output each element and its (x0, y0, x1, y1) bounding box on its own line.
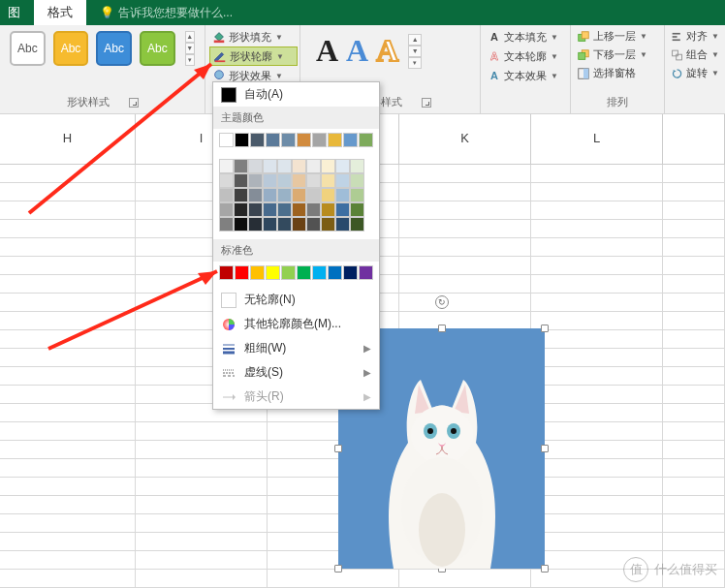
cell[interactable] (0, 183, 136, 201)
cell[interactable] (663, 330, 725, 348)
color-swatch[interactable] (335, 202, 350, 217)
color-swatch[interactable] (350, 173, 364, 188)
color-swatch[interactable] (343, 133, 358, 147)
cell[interactable] (663, 275, 725, 293)
cell[interactable] (531, 165, 663, 182)
color-swatch[interactable] (219, 217, 234, 232)
wordart-preset-3[interactable]: A (376, 33, 398, 69)
color-swatch[interactable] (297, 265, 311, 280)
color-swatch[interactable] (219, 202, 234, 217)
color-swatch[interactable] (248, 173, 263, 188)
cell[interactable] (0, 275, 136, 293)
tab-other[interactable]: 图 (0, 0, 28, 25)
cell[interactable] (268, 570, 399, 587)
color-swatch[interactable] (266, 265, 280, 280)
resize-handle-sw[interactable] (334, 565, 342, 573)
cell[interactable] (663, 220, 725, 237)
send-backward-button[interactable]: 下移一层▼ (575, 46, 660, 64)
wordart-preset-1[interactable]: A (316, 33, 338, 69)
cell[interactable] (0, 422, 136, 440)
color-swatch[interactable] (335, 188, 350, 202)
color-swatch[interactable] (277, 159, 292, 173)
cell[interactable] (399, 294, 531, 311)
dialog-launcher-icon[interactable] (422, 98, 431, 108)
rotate-button[interactable]: 旋转▼ (669, 64, 721, 82)
cell[interactable] (0, 404, 136, 421)
cell[interactable] (0, 551, 136, 569)
cell[interactable] (663, 257, 725, 274)
cell[interactable] (0, 257, 136, 274)
cell[interactable] (663, 478, 725, 495)
cell[interactable] (663, 496, 725, 513)
resize-handle-ne[interactable] (541, 325, 549, 332)
color-swatch[interactable] (335, 217, 350, 232)
color-swatch[interactable] (235, 265, 249, 280)
color-swatch[interactable] (312, 133, 327, 147)
color-swatch[interactable] (219, 265, 234, 280)
style-preset-3[interactable]: Abc (96, 31, 132, 66)
resize-handle-e[interactable] (541, 445, 549, 452)
cell[interactable] (663, 201, 725, 219)
color-swatch[interactable] (248, 159, 263, 173)
color-swatch[interactable] (359, 265, 373, 280)
tell-me[interactable]: 💡 告诉我您想要做什么... (100, 5, 233, 21)
color-swatch[interactable] (234, 188, 248, 202)
cell[interactable] (531, 349, 663, 366)
cell[interactable] (663, 422, 725, 440)
cell[interactable] (0, 441, 136, 458)
cell[interactable] (0, 238, 136, 256)
color-swatch[interactable] (335, 173, 350, 188)
color-swatch[interactable] (281, 133, 296, 147)
cell[interactable] (663, 459, 725, 477)
color-swatch[interactable] (350, 202, 364, 217)
auto-color-item[interactable]: 自动(A) (213, 82, 379, 107)
color-swatch[interactable] (263, 173, 277, 188)
cell[interactable] (663, 441, 725, 458)
color-swatch[interactable] (234, 202, 248, 217)
resize-handle-se[interactable] (541, 565, 549, 573)
color-swatch[interactable] (234, 173, 248, 188)
text-outline-button[interactable]: A文本轮廓▼ (485, 46, 568, 66)
shape-outline-button[interactable]: 形状轮廓▼ (209, 46, 298, 66)
color-swatch[interactable] (263, 159, 277, 173)
cell[interactable] (0, 349, 136, 366)
text-fill-button[interactable]: A文本填充▼ (485, 27, 568, 46)
col-header-H[interactable]: H (0, 114, 136, 164)
cell[interactable] (531, 441, 663, 458)
color-swatch[interactable] (263, 188, 277, 202)
weight-item[interactable]: 粗细(W)▶ (213, 336, 379, 360)
color-swatch[interactable] (248, 188, 263, 202)
color-swatch[interactable] (277, 188, 292, 202)
cell[interactable] (136, 551, 268, 569)
color-swatch[interactable] (321, 217, 335, 232)
cell[interactable] (399, 275, 531, 293)
cell[interactable] (0, 496, 136, 513)
cell[interactable] (399, 570, 531, 587)
cell[interactable] (531, 257, 663, 274)
cell[interactable] (531, 220, 663, 237)
cell[interactable] (663, 312, 725, 329)
cell[interactable] (531, 404, 663, 421)
cell[interactable] (136, 570, 268, 587)
cell[interactable] (663, 165, 725, 182)
align-button[interactable]: 对齐▼ (669, 27, 721, 46)
cell[interactable] (531, 533, 663, 550)
cell[interactable] (0, 201, 136, 219)
color-swatch[interactable] (321, 202, 335, 217)
cell[interactable] (531, 386, 663, 403)
cell[interactable] (663, 238, 725, 256)
text-effects-button[interactable]: A文本效果▼ (485, 66, 568, 85)
col-header-L[interactable]: L (531, 114, 663, 164)
gallery-more[interactable]: ▾ (408, 57, 422, 69)
cell[interactable] (531, 294, 663, 311)
gallery-more[interactable]: ▾ (185, 54, 195, 66)
color-swatch[interactable] (350, 159, 364, 173)
tab-format[interactable]: 格式 (34, 0, 86, 25)
cell[interactable] (531, 183, 663, 201)
color-swatch[interactable] (263, 217, 277, 232)
color-swatch[interactable] (292, 202, 306, 217)
cell[interactable] (663, 514, 725, 532)
col-header-K[interactable]: K (399, 114, 531, 164)
color-swatch[interactable] (281, 265, 296, 280)
color-swatch[interactable] (306, 188, 321, 202)
